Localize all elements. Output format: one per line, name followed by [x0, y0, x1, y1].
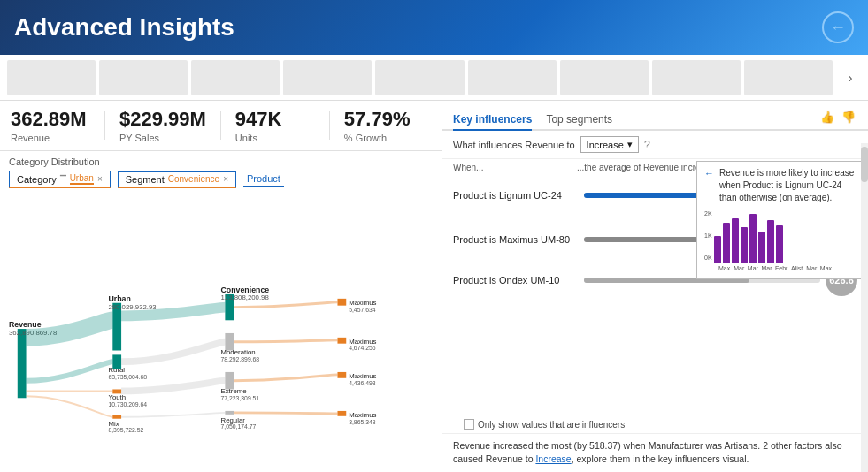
mini-chart-y-axis: 2K 1K 0K	[704, 209, 712, 263]
kpi-py-sales-label: PY Sales	[119, 133, 206, 143]
filter-row: Category ▔ Urban × Segment Convenience ×…	[9, 171, 433, 188]
filter-segment-chip[interactable]: Segment Convenience ×	[118, 171, 236, 188]
ki-help-icon[interactable]: ?	[644, 138, 650, 151]
prod3-bar	[337, 372, 346, 378]
connector-rural	[27, 362, 113, 381]
thumbnail-9[interactable]	[744, 60, 833, 95]
kpi-divider-1	[104, 111, 105, 140]
prod1-value: 5,457,634	[349, 307, 376, 313]
thumbnail-5[interactable]	[375, 60, 464, 95]
convenience-value: 113,808,200.98	[221, 293, 269, 301]
kpi-units: 947K Units	[235, 108, 315, 143]
mini-bar-4	[741, 227, 748, 263]
ki-scrollbar-thumb[interactable]	[861, 147, 868, 182]
ki-checkbox[interactable]	[464, 419, 474, 430]
tab-top-segments[interactable]: Top segments	[546, 110, 612, 131]
regular-bar	[225, 411, 234, 415]
sankey-chart: Revenue 362,890,869.78 Urban 280,029,932…	[9, 195, 433, 472]
extreme-label: Extreme	[221, 387, 247, 395]
thumbnail-strip: ›	[0, 55, 868, 101]
ki-controls: What influences Revenue to Increase ▾ ?	[442, 131, 868, 159]
thumbnail-8[interactable]	[652, 60, 741, 95]
y-label-2k: 2K	[704, 209, 712, 218]
ki-item-1-label: Product is Lignum UC-24	[453, 190, 577, 201]
ki-dropdown[interactable]: Increase ▾	[580, 136, 639, 153]
x-label-6: Alist.	[791, 264, 804, 273]
mix-value: 8,395,722.52	[108, 427, 143, 433]
conn-mod	[121, 342, 225, 362]
y-label-0k: 0K	[704, 254, 712, 263]
thumbnail-7[interactable]	[560, 60, 649, 95]
left-panel: 362.89M Revenue $229.99M PY Sales 947K U…	[0, 101, 442, 472]
x-label-3: Mar.	[748, 264, 760, 273]
ki-bottom-text-part3: , explore them in the key influencers vi…	[572, 453, 749, 464]
ki-tooltip-content: ← Revenue is more likely to increase whe…	[704, 167, 856, 204]
ki-scrollbar[interactable]	[861, 143, 868, 472]
x-label-1: Max.	[718, 264, 732, 273]
tab-key-influencers[interactable]: Key influencers	[453, 110, 532, 131]
filter-category-close-icon[interactable]: ×	[97, 174, 103, 184]
ki-bottom-text-link[interactable]: Increase	[535, 453, 571, 464]
ki-item-2-label: Product is Maximus UM-80	[453, 234, 577, 245]
ki-question-text: What influences Revenue to	[453, 140, 575, 150]
youth-value: 10,730,209.64	[108, 401, 147, 407]
page-title: Advanced Insights	[14, 13, 234, 42]
filter-segment-value: Convenience	[168, 174, 219, 184]
rural-value: 63,735,004.68	[108, 374, 147, 380]
chart-title: Category Distribution	[9, 156, 433, 167]
prod3-value: 4,436,493	[349, 380, 376, 386]
thumbnail-2[interactable]	[99, 60, 188, 95]
urban-value: 280,029,932.93	[108, 303, 156, 311]
tab-group: Key influencers Top segments	[453, 110, 612, 129]
filter-category-value: Urban	[70, 173, 94, 185]
kpi-revenue: 362.89M Revenue	[11, 108, 90, 143]
ki-tooltip-text: Revenue is more likely to increase when …	[719, 167, 856, 204]
ki-item-3-label: Product is Ondex UM-10	[453, 275, 577, 285]
header: Advanced Insights ←	[0, 0, 868, 55]
thumbs-down-icon[interactable]: 👎	[840, 108, 857, 126]
filter-segment-close-icon[interactable]: ×	[223, 174, 228, 184]
mini-bar-7	[767, 220, 774, 263]
ki-dropdown-value: Increase	[587, 140, 624, 150]
chevron-down-icon: ▾	[627, 139, 633, 150]
prod1-bar	[337, 299, 346, 306]
mini-bar-3	[732, 218, 739, 263]
x-label-8: Max.	[820, 264, 833, 273]
kpi-growth-label: % Growth	[344, 133, 424, 143]
thumbnail-6[interactable]	[468, 60, 557, 95]
regular-value: 7,050,174.77	[221, 423, 257, 430]
prod4-value: 3,865,348	[349, 419, 376, 425]
filter-product-label[interactable]: Product	[243, 171, 284, 187]
thumbnail-next-button[interactable]: ›	[840, 67, 861, 88]
thumbnail-1[interactable]	[7, 60, 96, 95]
back-button[interactable]: ←	[822, 11, 854, 43]
thumbnail-3[interactable]	[191, 60, 280, 95]
ki-checkbox-label: Only show values that are influencers	[478, 420, 625, 430]
kpi-growth: 57.79% % Growth	[344, 108, 424, 143]
kpi-divider-2	[220, 111, 221, 140]
connector-mix	[27, 396, 113, 416]
thumbs-up-icon[interactable]: 👍	[818, 108, 836, 126]
mini-bar-2	[723, 223, 730, 263]
filter-category-chip[interactable]: Category ▔ Urban ×	[9, 171, 111, 188]
ki-action-buttons: 👍 👎	[818, 108, 857, 129]
mini-bar-1	[714, 236, 721, 263]
thumbnail-4[interactable]	[283, 60, 372, 95]
revenue-node-label: Revenue	[9, 320, 42, 329]
key-influencers-tabs: Key influencers Top segments 👍 👎	[442, 101, 868, 131]
mini-chart-bars	[714, 209, 783, 263]
mix-label: Mix	[108, 420, 119, 428]
kpi-revenue-label: Revenue	[11, 133, 90, 143]
kpi-row: 362.89M Revenue $229.99M PY Sales 947K U…	[0, 101, 442, 151]
kpi-revenue-value: 362.89M	[11, 108, 90, 131]
mini-bar-5	[749, 214, 757, 263]
conn-p2	[234, 340, 337, 342]
tooltip-arrow-icon: ←	[704, 167, 714, 180]
conn-ext	[121, 381, 225, 392]
mini-bar-8	[776, 225, 783, 263]
y-label-1k: 1K	[704, 232, 712, 240]
prod4-label: Maximus	[349, 411, 376, 419]
prod4-bar	[337, 411, 346, 416]
youth-label: Youth	[108, 393, 126, 401]
prod2-bar	[337, 338, 346, 344]
